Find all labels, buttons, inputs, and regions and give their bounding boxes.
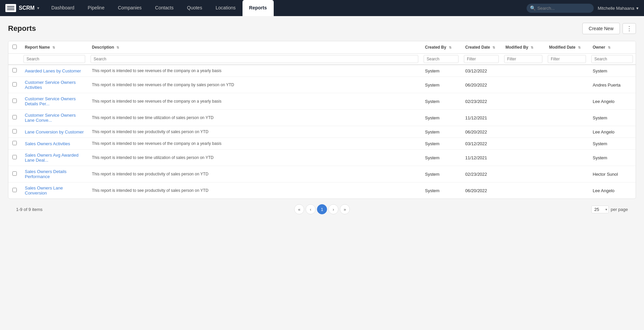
search-wrapper: 🔍	[527, 4, 594, 13]
sort-icon-created-date: ⇅	[492, 46, 495, 49]
nav-pipeline[interactable]: Pipeline	[81, 0, 111, 16]
row-modified-by-2	[501, 93, 545, 110]
report-name-link-6[interactable]: Sales Owners Avg Awarded Lane Deal...	[25, 153, 78, 163]
col-header-created-by[interactable]: Created By ⇅	[421, 41, 461, 54]
row-checkbox-cell	[8, 138, 21, 150]
sort-icon-owner: ⇅	[608, 46, 610, 49]
report-name-link-4[interactable]: Lane Conversion by Customer	[25, 129, 84, 134]
row-report-name-8: Sales Owners Lane Conversion	[21, 182, 88, 199]
row-created-by-4: System	[421, 126, 461, 138]
row-checkbox-3[interactable]	[12, 115, 17, 119]
nav-items: Dashboard Pipeline Companies Contacts Qu…	[45, 0, 527, 16]
col-header-report-name[interactable]: Report Name ⇅	[21, 41, 88, 54]
reports-table-wrapper: Report Name ⇅ Description ⇅ Created By ⇅…	[8, 41, 636, 199]
row-modified-by-6	[501, 150, 545, 166]
row-description-2: This report is intended to see revenues …	[88, 93, 421, 110]
user-name: Mitchelle Mahaana	[598, 6, 634, 11]
row-modified-date-1	[545, 77, 589, 93]
report-name-link-5[interactable]: Sales Owners Activities	[25, 141, 70, 146]
row-checkbox-1[interactable]	[12, 82, 17, 87]
col-header-created-date[interactable]: Created Date ⇅	[461, 41, 501, 54]
reports-table: Report Name ⇅ Description ⇅ Created By ⇅…	[8, 41, 636, 199]
row-owner-3: System	[589, 110, 636, 126]
select-all-checkbox[interactable]	[12, 45, 17, 49]
nav-right: 🔍 Mitchelle Mahaana ▾	[527, 4, 639, 13]
report-name-link-3[interactable]: Customer Service Owners Lane Conve...	[25, 113, 76, 123]
sort-icon-created-by: ⇅	[449, 46, 451, 49]
nav-reports[interactable]: Reports	[243, 0, 274, 16]
report-name-link-8[interactable]: Sales Owners Lane Conversion	[25, 185, 63, 196]
row-owner-2: Lee Angelo	[589, 93, 636, 110]
row-checkbox-cell	[8, 182, 21, 199]
table-row: Customer Service Owners Lane Conve... Th…	[8, 110, 636, 126]
row-modified-by-0	[501, 65, 545, 77]
report-name-link-1[interactable]: Customer Service Owners Activities	[25, 80, 76, 90]
table-row: Sales Owners Activities This report is i…	[8, 138, 636, 150]
pagination-info: 1-9 of 9 items	[16, 207, 43, 212]
filter-created-date[interactable]	[464, 55, 499, 63]
filter-modified-by[interactable]	[504, 55, 542, 63]
table-row: Sales Owners Lane Conversion This report…	[8, 182, 636, 199]
pagination-page-1[interactable]: 1	[317, 204, 327, 214]
nav-locations[interactable]: Locations	[209, 0, 243, 16]
report-name-link-0[interactable]: Awarded Lanes by Customer	[25, 68, 81, 73]
nav-quotes[interactable]: Quotes	[180, 0, 209, 16]
row-checkbox-8[interactable]	[12, 188, 17, 192]
row-description-6: This report is intended to see time util…	[88, 150, 421, 166]
row-checkbox-6[interactable]	[12, 155, 17, 159]
report-name-link-2[interactable]: Customer Service Owners Details Per...	[25, 96, 76, 106]
create-new-button[interactable]: Create New	[582, 23, 620, 34]
nav-contacts[interactable]: Contacts	[148, 0, 180, 16]
pagination-prev[interactable]: ‹	[306, 204, 316, 214]
filter-modified-date[interactable]	[548, 55, 586, 63]
nav-companies[interactable]: Companies	[111, 0, 148, 16]
brand-logo[interactable]: SCRM ▾	[5, 4, 39, 12]
search-cell-created-by	[421, 54, 461, 65]
search-cell-report-name	[21, 54, 88, 65]
filter-report-name[interactable]	[23, 55, 85, 63]
row-created-date-3: 11/12/2021	[461, 110, 501, 126]
pagination-next[interactable]: ›	[328, 204, 338, 214]
row-description-4: This report is intended to see productiv…	[88, 126, 421, 138]
table-body: Awarded Lanes by Customer This report is…	[8, 65, 636, 199]
row-created-date-0: 03/12/2022	[461, 65, 501, 77]
sort-icon-report-name: ⇅	[52, 46, 55, 49]
col-header-modified-date[interactable]: Modified Date ⇅	[545, 41, 589, 54]
row-checkbox-7[interactable]	[12, 171, 17, 176]
row-owner-7: Hector Sunol	[589, 166, 636, 182]
row-modified-by-4	[501, 126, 545, 138]
pagination-last[interactable]: »	[340, 204, 350, 214]
pagination-first[interactable]: «	[294, 204, 304, 214]
row-created-date-6: 11/12/2021	[461, 150, 501, 166]
global-search-input[interactable]	[527, 4, 594, 13]
filter-description[interactable]	[91, 55, 418, 63]
row-checkbox-5[interactable]	[12, 141, 17, 145]
filter-created-by[interactable]	[424, 55, 459, 63]
col-header-description[interactable]: Description ⇅	[88, 41, 421, 54]
per-page-select[interactable]: 10 25 50 100	[591, 206, 609, 213]
row-created-by-3: System	[421, 110, 461, 126]
search-cell-created-date	[461, 54, 501, 65]
per-page-wrapper: 10 25 50 100 ▾	[591, 206, 609, 213]
row-description-1: This report is intended to see revenues …	[88, 77, 421, 93]
report-name-link-7[interactable]: Sales Owners Details Performance	[25, 169, 66, 179]
row-checkbox-0[interactable]	[12, 68, 17, 72]
row-report-name-5: Sales Owners Activities	[21, 138, 88, 150]
navbar: SCRM ▾ Dashboard Pipeline Companies Cont…	[0, 0, 644, 16]
user-menu[interactable]: Mitchelle Mahaana ▾	[598, 6, 639, 11]
nav-dashboard[interactable]: Dashboard	[45, 0, 81, 16]
row-created-date-2: 02/23/2022	[461, 93, 501, 110]
row-description-3: This report is intended to see time util…	[88, 110, 421, 126]
pagination-controls: « ‹ 1 › »	[294, 204, 350, 214]
row-description-5: This report is intended to see revenues …	[88, 138, 421, 150]
row-created-date-5: 03/12/2022	[461, 138, 501, 150]
user-dropdown-icon: ▾	[636, 6, 639, 11]
filter-owner[interactable]	[591, 55, 633, 63]
row-checkbox-4[interactable]	[12, 129, 17, 133]
col-header-modified-by[interactable]: Modified By ⇅	[501, 41, 545, 54]
per-page-label: per page	[611, 207, 628, 212]
more-options-button[interactable]: ⋮	[623, 23, 636, 34]
row-owner-5: System	[589, 138, 636, 150]
col-header-owner[interactable]: Owner ⇅	[589, 41, 636, 54]
row-checkbox-2[interactable]	[12, 99, 17, 103]
